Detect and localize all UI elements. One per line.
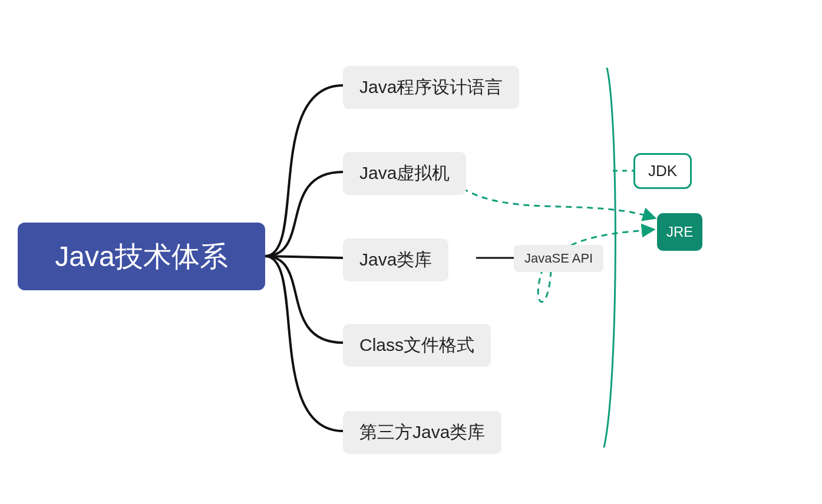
child-node-language[interactable]: Java程序设计语言 <box>343 66 519 109</box>
jdk-label: JDK <box>648 162 677 180</box>
root-node[interactable]: Java技术体系 <box>18 223 265 290</box>
mindmap-diagram: Java技术体系 Java程序设计语言 Java虚拟机 Java类库 Class… <box>0 0 822 504</box>
child-node-classlib[interactable]: Java类库 <box>343 238 448 281</box>
subchild-node-javase[interactable]: JavaSE API <box>514 245 603 272</box>
jre-label: JRE <box>666 224 693 240</box>
node-label: JavaSE API <box>524 251 593 266</box>
node-label: Java类库 <box>359 248 432 272</box>
child-node-classfile[interactable]: Class文件格式 <box>343 324 491 367</box>
annotation-jre[interactable]: JRE <box>657 213 702 251</box>
node-label: Java程序设计语言 <box>359 75 503 100</box>
node-label: Class文件格式 <box>359 333 474 357</box>
annotation-jdk[interactable]: JDK <box>633 153 692 189</box>
child-node-vm[interactable]: Java虚拟机 <box>343 152 466 195</box>
node-label: 第三方Java类库 <box>359 420 485 445</box>
child-node-thirdparty[interactable]: 第三方Java类库 <box>343 411 501 454</box>
node-label: Java虚拟机 <box>359 161 450 185</box>
root-label: Java技术体系 <box>55 238 227 276</box>
